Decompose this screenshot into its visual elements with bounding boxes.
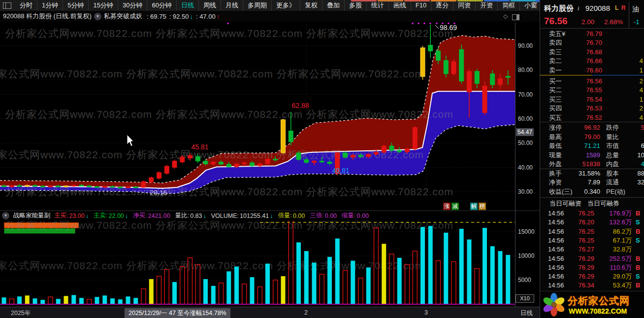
sub-stat-value: 0.83 — [190, 212, 202, 219]
panel-layout-icon[interactable] — [512, 14, 519, 20]
tick-side: B — [636, 227, 640, 236]
volume-multiplier-label: X10 — [515, 294, 534, 303]
diamond-icon[interactable]: ◇ — [503, 13, 508, 20]
chevron-down-circle-icon[interactable]: ▾ — [2, 212, 9, 219]
queue-level-label: 买五 — [549, 113, 562, 122]
sub-stat-label: 缩量: — [342, 212, 355, 220]
tick-time: 14:56 — [548, 254, 564, 263]
candle — [273, 159, 278, 160]
divider — [540, 197, 644, 198]
info-icon[interactable]: i — [578, 4, 580, 12]
tick-time: 14:56 — [548, 245, 564, 254]
tick-price: 76.25 — [564, 236, 594, 245]
margin-tab-0[interactable]: 当日可融资 — [549, 199, 581, 208]
tick-side: B — [636, 254, 640, 263]
margin-tab-1[interactable]: 当日可融券 — [587, 199, 619, 208]
main-candlestick-chart[interactable]: 分析家公式网www.70822.com 分析家公式网www.70822.com … — [0, 22, 515, 211]
queue-price[interactable]: 76.52 — [568, 113, 602, 122]
candle — [459, 49, 464, 81]
candle — [475, 71, 479, 84]
chart-badge-减[interactable]: 减 — [451, 203, 459, 210]
bid-row[interactable]: 买四76.532 — [540, 104, 644, 113]
queue-price[interactable]: 76.66 — [568, 57, 602, 66]
sub-stat-value: 0.00 — [325, 212, 337, 219]
queue-level-label: 卖一 — [549, 66, 562, 75]
queue-price[interactable]: 76.54 — [568, 95, 602, 104]
volume-bar — [180, 267, 185, 304]
bid-row[interactable]: 买五76.524 — [540, 113, 644, 122]
candle — [358, 155, 363, 157]
last-price: 76.56 — [544, 16, 568, 27]
tick-amount: 32.8万 — [595, 245, 632, 254]
info-label: 总量 — [606, 151, 619, 160]
arrow-up-icon: ↑ — [217, 13, 220, 20]
edge-divider — [629, 2, 629, 28]
candle — [118, 187, 123, 188]
candle — [296, 153, 301, 160]
stock-name[interactable]: 科力股份 — [544, 4, 574, 13]
site-logo[interactable]: 分析家公式网 WWW.70822.COM — [540, 291, 644, 318]
candle — [320, 161, 324, 162]
candle — [164, 166, 169, 174]
sub-stat-label: VOLUME: — [211, 212, 239, 219]
volume-bar — [87, 299, 92, 304]
y-axis-label: 50.00 — [518, 140, 533, 146]
candle — [428, 45, 433, 51]
arrow-down-icon: ↓ — [125, 212, 128, 219]
bid-row[interactable]: 买一76.562 — [540, 77, 644, 86]
queue-level-label: 卖二 — [549, 57, 562, 66]
info-value: 10 — [638, 151, 644, 160]
queue-price[interactable]: 76.79 — [568, 30, 602, 38]
candle — [413, 128, 417, 149]
quote-info-grid: 涨停96.92跌停5最高79.00量比最低71.21市值6现量1589总量10外… — [540, 123, 644, 197]
bid-row[interactable]: 买二76.554 — [540, 86, 644, 95]
edge-ticker-value: -1 — [634, 18, 640, 26]
tick-price: 76.34 — [564, 281, 594, 290]
candle — [389, 146, 394, 150]
volume-bar — [335, 239, 340, 304]
bid-row[interactable]: 买三76.541 — [540, 95, 644, 104]
candle — [180, 157, 185, 162]
chevron-down-circle-icon[interactable]: ▾ — [94, 13, 101, 20]
price-label: 98.69 — [440, 24, 457, 32]
window-pane-icon[interactable] — [3, 2, 11, 9]
sub-stat-7: 缩量:0.00 — [342, 212, 369, 220]
tick-price: 76.25 — [564, 209, 594, 218]
tick-amount: 67.1万 — [595, 236, 632, 245]
tick-amount: 53.4万 — [595, 281, 632, 290]
ask-row[interactable]: 卖四76.70 — [540, 38, 644, 47]
sub-stat-label: 主卖: — [94, 212, 107, 220]
candle — [483, 86, 487, 112]
ask-row[interactable]: 卖三76.68 — [540, 48, 644, 57]
queue-price[interactable]: 76.55 — [568, 86, 602, 95]
margin-flag-l: L — [615, 4, 618, 11]
volume-bar — [118, 299, 123, 304]
queue-price[interactable]: 76.70 — [568, 38, 602, 47]
chart-badge-榜[interactable]: 榜 — [479, 203, 486, 210]
chart-badge-解[interactable]: 解 — [470, 203, 478, 210]
volume-bar — [126, 296, 130, 304]
queue-price[interactable]: 76.53 — [568, 104, 602, 113]
queue-price[interactable]: 76.56 — [568, 77, 602, 86]
ask-row[interactable]: 卖五¥76.79 — [540, 30, 644, 38]
info-value: 0.340 — [560, 187, 600, 196]
candle — [71, 185, 76, 186]
volume-bar — [304, 251, 309, 304]
sub-stat-label: 主买: — [54, 212, 68, 220]
candle — [420, 48, 425, 76]
volume-chart[interactable]: 分析家公式网www.70822.com 分析家公式网www.70822.com … — [0, 221, 515, 306]
signal-dot — [412, 23, 414, 24]
bid-ask-divider — [540, 75, 644, 75]
chart-badge-涨[interactable]: 涨 — [443, 203, 451, 210]
tick-time: 14:56 — [548, 263, 564, 272]
tick-row: 14:5676.25176.9万B — [540, 209, 644, 218]
queue-price[interactable]: 76.60 — [568, 66, 602, 75]
arrow-down-icon: ↓ — [86, 212, 89, 219]
ask-row[interactable]: 卖二76.664 — [540, 57, 644, 66]
volume-bar — [48, 297, 53, 304]
queue-price[interactable]: 76.68 — [568, 48, 602, 57]
volume-bar — [17, 296, 22, 304]
candle — [234, 164, 239, 167]
ask-row[interactable]: 卖一76.601 — [540, 66, 644, 75]
volume-bar — [9, 299, 14, 304]
